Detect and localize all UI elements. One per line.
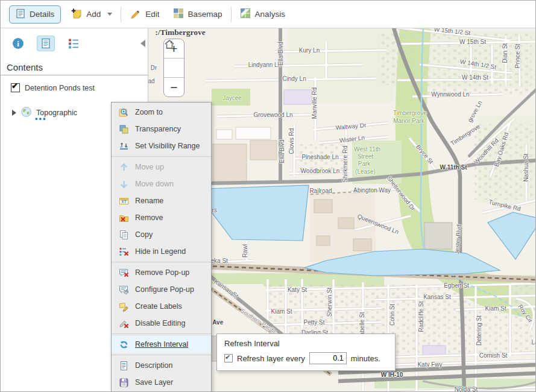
home-button[interactable]: [164, 58, 184, 77]
refresh-interval-icon: [119, 340, 129, 350]
add-icon: [71, 8, 82, 21]
details-icon: [16, 8, 25, 21]
contents-heading: Contents: [7, 62, 43, 72]
menu-item-configure-popup[interactable]: Configure Pop-up: [112, 281, 211, 298]
basemap-icon: [173, 8, 184, 21]
about-tab[interactable]: i: [9, 36, 27, 51]
details-label: Details: [30, 10, 54, 19]
move-down-icon: [119, 179, 129, 189]
contents-divider: [1, 75, 148, 75]
chevron-down-icon: [107, 13, 112, 16]
expand-arrow-icon[interactable]: [12, 110, 16, 116]
menu-item-label: Set Visibility Range: [135, 142, 200, 150]
menu-item-zoom-to[interactable]: Zoom to: [112, 104, 211, 121]
content-tab[interactable]: [37, 36, 55, 51]
analysis-icon: [240, 8, 251, 21]
menu-item-remove[interactable]: Remove: [112, 209, 211, 226]
analysis-button[interactable]: Analysis: [240, 8, 285, 21]
top-toolbar: Details Add Edit Basemap Analysis: [1, 1, 536, 28]
toolbar-separator: [231, 7, 232, 22]
refresh-interval-popup: Refresh Interval Refresh layer every min…: [216, 334, 396, 371]
menu-item-label: Zoom to: [135, 108, 163, 116]
menu-item-label: Copy: [135, 230, 153, 239]
zoom-to-icon: [119, 107, 129, 118]
configure-popup-icon: [119, 285, 129, 295]
basemap-button[interactable]: Basemap: [173, 8, 222, 21]
menu-item-save-layer[interactable]: Save Layer: [112, 374, 211, 391]
menu-item-label: Hide in Legend: [135, 247, 186, 256]
sidebar-tabs: i: [9, 36, 83, 51]
refresh-suffix-label: minutes.: [351, 354, 380, 363]
menu-separator: [112, 260, 211, 264]
menu-item-move-up: Move up: [112, 159, 211, 175]
refresh-minutes-input[interactable]: [309, 352, 347, 364]
menu-item-remove-popup[interactable]: Remove Pop-up: [112, 264, 211, 281]
rename-icon: XT: [119, 196, 129, 206]
menu-item-disable-editing[interactable]: Disable Editing: [112, 315, 211, 332]
layer-checkbox[interactable]: [11, 83, 20, 92]
analysis-label: Analysis: [255, 10, 285, 19]
menu-separator: [112, 154, 211, 159]
svg-text:i: i: [17, 39, 19, 48]
menu-item-label: Create Labels: [135, 302, 182, 311]
add-button[interactable]: Add: [71, 8, 112, 21]
menu-item-label: Transparency: [135, 125, 181, 133]
add-label: Add: [86, 10, 101, 19]
disable-editing-icon: [119, 318, 129, 329]
arcgis-map-viewer: { "toolbar": { "details": "Details", "ad…: [0, 0, 536, 392]
menu-item-rename[interactable]: XT Rename: [112, 192, 211, 209]
zoom-control: + −: [163, 39, 184, 97]
menu-item-set-visibility-range[interactable]: Set Visibility Range: [112, 138, 211, 154]
refresh-popup-title: Refresh Interval: [224, 339, 388, 348]
menu-item-create-labels[interactable]: Create Labels: [112, 298, 211, 315]
edit-pencil-icon: [130, 8, 141, 21]
globe-icon: [21, 107, 31, 119]
create-labels-icon: [119, 302, 129, 312]
home-icon: [164, 39, 175, 49]
menu-separator: [112, 332, 211, 336]
toolbar-separator: [121, 7, 121, 22]
menu-item-label: Save Layer: [135, 378, 173, 387]
zoom-out-button[interactable]: −: [164, 77, 184, 96]
menu-item-label: Remove: [135, 213, 163, 222]
visibility-range-icon: [119, 141, 129, 151]
layer-label[interactable]: Detention Ponds test: [25, 84, 95, 92]
collapse-panel-icon[interactable]: [140, 40, 145, 47]
layer-context-menu: Zoom to Transparency Set Visibility Rang…: [111, 102, 212, 392]
menu-item-copy[interactable]: Copy: [112, 226, 211, 243]
menu-item-transparency[interactable]: Transparency: [112, 121, 211, 138]
menu-item-hide-in-legend[interactable]: Hide in Legend: [112, 243, 211, 260]
svg-text:XT: XT: [121, 200, 126, 204]
refresh-checkbox-label: Refresh layer every: [237, 354, 305, 363]
layer-row-detention-ponds: Detention Ponds test: [11, 83, 95, 92]
description-icon: [119, 361, 129, 371]
legend-tab[interactable]: [65, 36, 83, 51]
layer-options-ellipsis[interactable]: •••: [35, 116, 47, 122]
hide-legend-icon: [119, 247, 129, 257]
menu-item-label: Rename: [135, 197, 163, 205]
menu-item-description[interactable]: Description: [112, 357, 211, 374]
menu-item-label: Configure Pop-up: [135, 285, 194, 294]
menu-item-label: Disable Editing: [135, 319, 185, 327]
edit-label: Edit: [145, 10, 159, 19]
remove-popup-icon: [119, 268, 129, 278]
menu-item-label: Refresh Interval: [135, 340, 188, 349]
basemap-label: Basemap: [188, 10, 222, 19]
menu-item-label: Move up: [135, 163, 164, 171]
details-button[interactable]: Details: [9, 5, 61, 24]
save-layer-icon: [119, 378, 129, 388]
remove-icon: [119, 213, 129, 223]
menu-item-label: Remove Pop-up: [135, 268, 189, 277]
menu-separator: [112, 353, 211, 357]
edit-button[interactable]: Edit: [130, 8, 159, 21]
menu-item-label: Description: [135, 361, 173, 370]
copy-icon: [119, 230, 129, 240]
menu-item-label: Move down: [135, 180, 174, 188]
transparency-icon: [119, 124, 129, 134]
menu-item-move-down: Move down: [112, 175, 211, 192]
move-up-icon: [119, 162, 129, 172]
menu-item-refresh-interval[interactable]: Refresh Interval: [112, 336, 211, 353]
refresh-checkbox[interactable]: [224, 354, 233, 362]
